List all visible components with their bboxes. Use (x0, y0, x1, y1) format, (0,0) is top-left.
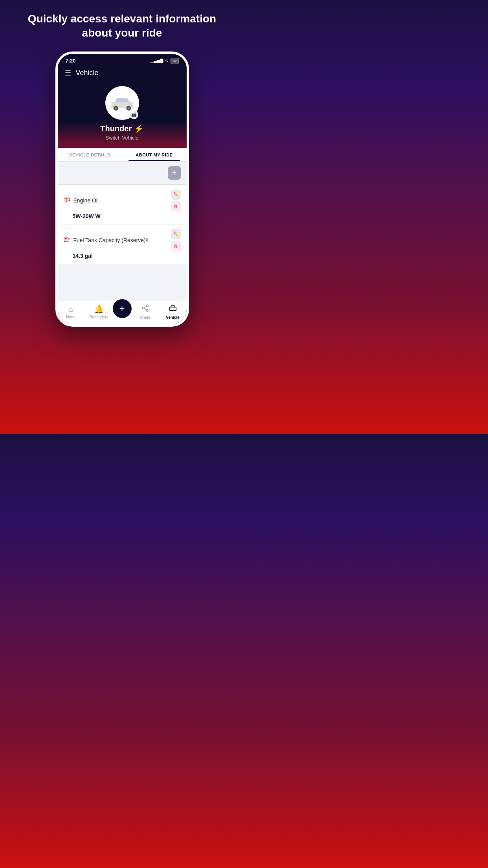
svg-rect-1 (117, 99, 121, 101)
content-area: + Engine Oil (58, 162, 187, 301)
home-icon: ⌂ (69, 305, 73, 314)
svg-point-4 (114, 107, 117, 109)
nav-reminders[interactable]: 🔔 Reminders (85, 304, 113, 319)
status-bar: 7:20 ▁▃▅▇ ∿ 32 (58, 54, 187, 66)
fuel-tank-label-row: Fuel Tank Capacity (Reserve)/L (63, 236, 150, 245)
share-icon (141, 304, 149, 314)
engine-oil-edit-button[interactable]: ✏️ (171, 189, 181, 200)
engine-oil-delete-button[interactable]: 🗑 (171, 201, 181, 211)
nav-home[interactable]: ⌂ Home (58, 305, 85, 319)
bell-icon: 🔔 (94, 304, 104, 314)
vehicle-nav-icon (169, 304, 177, 314)
fuel-tank-card: Fuel Tank Capacity (Reserve)/L ✏️ 🗑 14.3… (58, 224, 187, 264)
svg-point-11 (146, 305, 148, 307)
svg-point-12 (142, 307, 144, 309)
nav-vehicle[interactable]: Vehicle (159, 304, 187, 320)
car-image (108, 94, 136, 112)
svg-point-18 (174, 310, 175, 311)
nav-share[interactable]: Share (132, 304, 159, 320)
svg-rect-7 (110, 103, 112, 105)
engine-oil-icon (63, 196, 70, 205)
tab-vehicle-details[interactable]: VEHICLE DETAILS (58, 148, 122, 161)
fuel-tank-label: Fuel Tank Capacity (Reserve)/L (73, 237, 150, 243)
header-title: Vehicle (76, 69, 99, 77)
vehicle-nav-label: Vehicle (166, 315, 179, 320)
info-cards: Engine Oil ✏️ 🗑 5W-20W W (58, 185, 187, 301)
share-label: Share (140, 315, 150, 320)
engine-oil-value: 5W-20W W (63, 213, 181, 219)
app-header: ☰ Vehicle (58, 66, 187, 82)
home-label: Home (66, 315, 77, 319)
vehicle-avatar-wrapper: 📷 (105, 86, 139, 120)
tab-about-my-ride[interactable]: ABOUT MY RIDE (122, 148, 187, 161)
engine-oil-actions: ✏️ 🗑 (171, 189, 181, 211)
svg-rect-2 (122, 99, 126, 101)
hero-title: Quickly access relevant information abou… (8, 12, 236, 40)
battery-badge: 32 (171, 58, 178, 64)
svg-point-13 (146, 309, 148, 311)
add-info-button[interactable]: + (168, 166, 181, 180)
engine-oil-header: Engine Oil ✏️ 🗑 (63, 189, 181, 211)
wifi-icon: ∿ (165, 58, 169, 63)
status-icons: ▁▃▅▇ ∿ 32 (150, 58, 178, 64)
switch-vehicle-button[interactable]: Switch Vehicle (106, 135, 139, 141)
svg-line-14 (144, 309, 147, 310)
fuel-tank-icon (63, 236, 70, 245)
engine-oil-label-row: Engine Oil (63, 196, 99, 205)
fuel-tank-edit-button[interactable]: ✏️ (171, 229, 181, 239)
reminders-label: Reminders (89, 315, 108, 319)
camera-badge[interactable]: 📷 (130, 110, 138, 119)
fuel-tank-delete-button[interactable]: 🗑 (171, 241, 181, 251)
vehicle-name: Thunder ⚡ (100, 124, 144, 133)
svg-line-15 (144, 306, 147, 307)
hamburger-icon[interactable]: ☰ (65, 69, 71, 77)
nav-add-button[interactable]: + (113, 299, 132, 318)
engine-oil-card: Engine Oil ✏️ 🗑 5W-20W W (58, 185, 187, 224)
tabs-bar: VEHICLE DETAILS ABOUT MY RIDE (58, 148, 187, 162)
bottom-nav: ⌂ Home 🔔 Reminders + Share (58, 301, 187, 324)
signal-icon: ▁▃▅▇ (150, 58, 163, 63)
svg-point-17 (171, 310, 172, 311)
svg-rect-8 (132, 103, 134, 105)
fuel-tank-actions: ✏️ 🗑 (171, 229, 181, 251)
phone-mockup: 7:20 ▁▃▅▇ ∿ 32 ☰ Vehicle (55, 51, 189, 327)
fuel-tank-header: Fuel Tank Capacity (Reserve)/L ✏️ 🗑 (63, 229, 181, 251)
add-button-area: + (58, 162, 187, 185)
fuel-tank-value: 14.3 gal (63, 253, 181, 259)
vehicle-hero: 📷 Thunder ⚡ Switch Vehicle (58, 82, 187, 148)
status-time: 7:20 (66, 58, 76, 64)
svg-rect-10 (65, 238, 67, 239)
svg-rect-16 (169, 307, 176, 310)
engine-oil-label: Engine Oil (73, 197, 99, 204)
svg-point-6 (127, 107, 130, 109)
